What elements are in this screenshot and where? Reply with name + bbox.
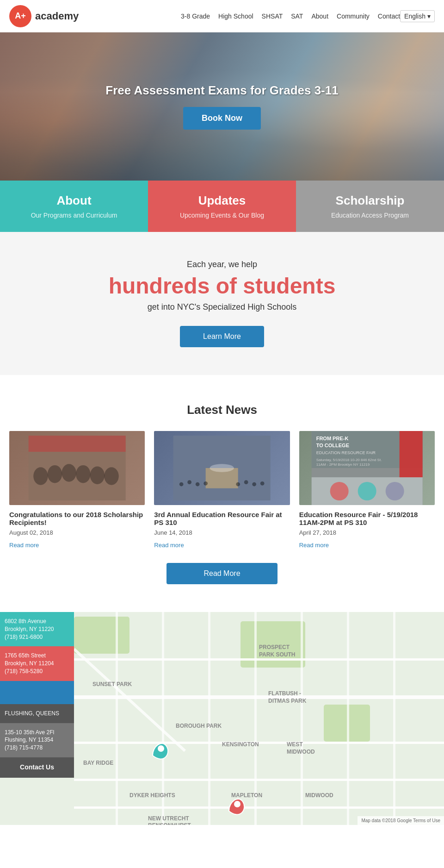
svg-text:DITMAS PARK: DITMAS PARK — [268, 698, 307, 704]
location-3[interactable] — [0, 681, 74, 704]
locations-sidebar: 6802 8th Avenue Brooklyn, NY 11220 (718)… — [0, 612, 74, 825]
svg-text:FLATBUSH -: FLATBUSH - — [268, 690, 301, 697]
svg-point-29 — [358, 482, 376, 500]
svg-text:BAY RIDGE: BAY RIDGE — [83, 760, 113, 766]
location-5-phone: (718) 715-4778 — [5, 744, 69, 752]
svg-text:NEW UTRECHT: NEW UTRECHT — [148, 815, 189, 822]
nav-item-about[interactable]: About — [311, 12, 328, 20]
svg-point-64 — [234, 801, 240, 807]
language-selector[interactable]: English ▾ — [400, 10, 435, 22]
quick-link-scholarship[interactable]: Scholarship Education Access Program — [296, 181, 444, 232]
location-1-address2: Brooklyn, NY 11220 — [5, 625, 69, 633]
scholarship-subtitle: Education Access Program — [305, 212, 435, 219]
stats-pre-text: Each year, we help — [9, 260, 435, 269]
svg-point-6 — [90, 467, 105, 485]
location-5-address1: 135-10 35th Ave 2Fl — [5, 729, 69, 737]
svg-text:MAPLETON: MAPLETON — [231, 792, 262, 799]
svg-rect-44 — [301, 612, 303, 825]
svg-text:11AM - 2PM   Brooklyn NY 11219: 11AM - 2PM Brooklyn NY 11219 — [316, 462, 370, 467]
news-title-1: Congratulations to our 2018 Scholarship … — [9, 511, 145, 526]
read-more-button[interactable]: Read More — [166, 563, 277, 584]
map-footer: Map data ©2018 Google Terms of Use — [358, 816, 444, 825]
svg-text:Saturday, 5/19/2018  10-20   8: Saturday, 5/19/2018 10-20 846 62nd St. — [316, 458, 382, 462]
nav-item-3-8-grade[interactable]: 3-8 Grade — [181, 12, 210, 20]
read-more-link-1[interactable]: Read more — [9, 542, 39, 549]
svg-point-7 — [104, 467, 119, 485]
svg-point-15 — [236, 482, 240, 487]
svg-point-18 — [260, 481, 265, 486]
location-5[interactable]: 135-10 35th Ave 2Fl Flushing, NY 11354 (… — [0, 723, 74, 757]
location-2-address2: Brooklyn, NY 11204 — [5, 660, 69, 668]
updates-subtitle: Upcoming Events & Our Blog — [157, 212, 287, 219]
nav-item-high-school[interactable]: High School — [218, 12, 253, 20]
news-image-3: FROM PRE-K TO COLLEGE EDUCATION RESOURCE… — [299, 431, 435, 505]
location-1-phone: (718) 921-6800 — [5, 633, 69, 641]
quick-links-bar: About Our Programs and Curriculum Update… — [0, 181, 444, 232]
header: academy 3-8 GradeHigh SchoolSHSATSATAbou… — [0, 0, 444, 32]
logo-text: academy — [35, 10, 79, 22]
svg-text:PROSPECT: PROSPECT — [259, 644, 290, 650]
svg-text:MIDWOOD: MIDWOOD — [305, 792, 333, 799]
svg-point-30 — [385, 482, 404, 500]
news-image-placeholder-1 — [9, 431, 145, 505]
news-grid: Congratulations to our 2018 Scholarship … — [9, 431, 435, 549]
read-more-link-2[interactable]: Read more — [154, 542, 184, 549]
book-now-button[interactable]: Book Now — [183, 107, 261, 130]
svg-rect-37 — [74, 742, 444, 744]
news-card-2: 3rd Annual Education Resource Fair at PS… — [154, 431, 290, 549]
svg-rect-38 — [74, 779, 444, 781]
svg-text:BOROUGH PARK: BOROUGH PARK — [176, 723, 222, 729]
svg-rect-46 — [393, 612, 395, 825]
news-date-3: April 27, 2018 — [299, 529, 435, 536]
hero-title: Free Assessment Exams for Grades 3-11 — [105, 83, 338, 98]
svg-text:FROM PRE-K: FROM PRE-K — [316, 436, 348, 441]
nav-item-shsat[interactable]: SHSAT — [262, 12, 283, 20]
nav-item-contact[interactable]: Contact — [378, 12, 400, 20]
svg-point-10 — [210, 464, 234, 472]
svg-point-2 — [33, 467, 48, 485]
news-image-2 — [154, 431, 290, 505]
svg-rect-39 — [74, 806, 444, 809]
svg-point-14 — [204, 481, 208, 486]
svg-point-63 — [158, 745, 164, 752]
svg-point-3 — [48, 465, 62, 483]
svg-text:DYKER HEIGHTS: DYKER HEIGHTS — [130, 792, 175, 799]
news-section: Latest News — [0, 375, 444, 612]
learn-more-button[interactable]: Learn More — [180, 326, 264, 347]
quick-link-updates[interactable]: Updates Upcoming Events & Our Blog — [148, 181, 296, 232]
news-section-title: Latest News — [9, 403, 435, 417]
updates-title: Updates — [157, 194, 287, 208]
about-title: About — [9, 194, 139, 208]
map-section: SUNSET PARK BOROUGH PARK PROSPECT PARK S… — [0, 612, 444, 825]
contact-us-label: Contact Us — [20, 763, 54, 771]
stats-post-text: get into NYC's Specialized High Schools — [9, 302, 435, 312]
location-2[interactable]: 1765 65th Street Brooklyn, NY 11204 (718… — [0, 646, 74, 681]
svg-text:PARK SOUTH: PARK SOUTH — [259, 651, 295, 658]
quick-link-about[interactable]: About Our Programs and Curriculum — [0, 181, 148, 232]
location-4[interactable]: FLUSHING, QUEENS — [0, 704, 74, 723]
svg-text:EDUCATION RESOURCE FAIR: EDUCATION RESOURCE FAIR — [316, 450, 376, 455]
stats-main-text: hundreds of students — [9, 273, 435, 299]
news-title-3: Education Resource Fair - 5/19/2018 11AM… — [299, 511, 435, 526]
svg-point-11 — [179, 482, 184, 487]
svg-point-13 — [196, 482, 200, 487]
svg-text:BENSONHURST: BENSONHURST — [148, 822, 191, 825]
svg-rect-32 — [74, 617, 130, 654]
news-date-2: June 14, 2018 — [154, 529, 290, 536]
news-image-1 — [9, 431, 145, 505]
logo[interactable]: academy — [9, 5, 79, 27]
contact-us-button[interactable]: Contact Us — [0, 757, 74, 778]
svg-rect-42 — [208, 612, 210, 825]
nav-item-community[interactable]: Community — [337, 12, 370, 20]
hero-section: Free Assessment Exams for Grades 3-11 Bo… — [0, 32, 444, 181]
read-more-center: Read More — [9, 563, 435, 584]
svg-text:WEST: WEST — [287, 741, 303, 748]
svg-point-5 — [76, 465, 91, 483]
location-1[interactable]: 6802 8th Avenue Brooklyn, NY 11220 (718)… — [0, 612, 74, 646]
main-nav: 3-8 GradeHigh SchoolSHSATSATAboutCommuni… — [181, 12, 400, 20]
location-2-phone: (718) 758-5280 — [5, 668, 69, 675]
nav-item-sat[interactable]: SAT — [291, 12, 303, 20]
svg-text:TO COLLEGE: TO COLLEGE — [316, 443, 349, 448]
location-2-address1: 1765 65th Street — [5, 652, 69, 660]
read-more-link-3[interactable]: Read more — [299, 542, 329, 549]
